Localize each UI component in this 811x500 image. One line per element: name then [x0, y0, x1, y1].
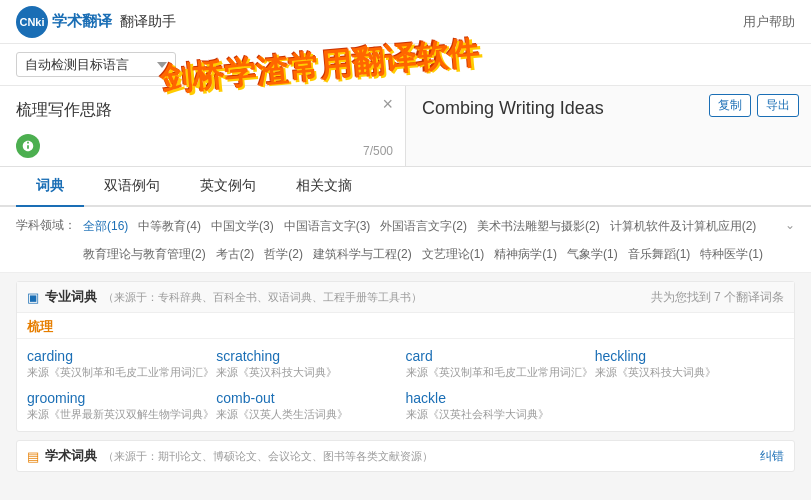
dict-source: 来源《汉英社会科学大词典》 — [406, 407, 595, 422]
header-left: CNki 学术翻译 翻译助手 — [16, 6, 176, 38]
acad-header: ▤ 学术词典 （来源于：期刊论文、博硕论文、会议论文、图书等各类文献资源） 纠错 — [17, 441, 794, 471]
dict-word[interactable]: scratching — [216, 348, 405, 364]
dict-entry: scratching来源《英汉科技大词典》 — [216, 345, 405, 383]
dict-title: 专业词典 — [45, 288, 97, 306]
tabs: 词典 双语例句 英文例句 相关文摘 — [0, 167, 811, 207]
export-button[interactable]: 导出 — [757, 94, 799, 117]
dict-entry: hackle来源《汉英社会科学大词典》 — [406, 387, 595, 425]
acad-icon: ▤ — [27, 449, 39, 464]
subject-tag[interactable]: 特种医学(1) — [697, 243, 766, 267]
tab-english[interactable]: 英文例句 — [180, 167, 276, 205]
subject-tag[interactable]: 气象学(1) — [564, 243, 621, 267]
subject-tag[interactable]: 哲学(2) — [261, 243, 306, 267]
dict-icon: ▣ — [27, 290, 39, 305]
acad-title: 学术词典 — [45, 447, 97, 465]
subject-bar: 学科领域： 全部(16)中等教育(4)中国文学(3)中国语言文字(3)外国语言文… — [0, 207, 811, 273]
header: CNki 学术翻译 翻译助手 用户帮助 — [0, 0, 811, 44]
dict-category: 梳理 — [17, 313, 794, 339]
dict-subtitle: （来源于：专科辞典、百科全书、双语词典、工程手册等工具书） — [103, 290, 422, 305]
dict-source: 来源《英汉科技大词典》 — [595, 365, 784, 380]
professional-dict-section: ▣ 专业词典 （来源于：专科辞典、百科全书、双语词典、工程手册等工具书） 共为您… — [16, 281, 795, 432]
dict-source: 来源《英汉制革和毛皮工业常用词汇》 — [406, 365, 595, 380]
lang-bar: 自动检测目标语言 — [0, 44, 811, 86]
dict-entry: heckling来源《英汉科技大词典》 — [595, 345, 784, 383]
logo-text: 学术翻译 — [52, 12, 112, 31]
subject-tag[interactable]: 美术书法雕塑与摄影(2) — [474, 215, 603, 239]
source-pane: 梳理写作思路 × 7/500 — [0, 86, 406, 166]
subject-tag[interactable]: 精神病学(1) — [491, 243, 560, 267]
subject-tag[interactable]: 外国语言文字(2) — [377, 215, 470, 239]
help-link[interactable]: 用户帮助 — [743, 13, 795, 31]
dict-word[interactable]: carding — [27, 348, 216, 364]
subject-tag[interactable]: 中国文学(3) — [208, 215, 277, 239]
subject-tag[interactable]: 中国语言文字(3) — [281, 215, 374, 239]
dict-source: 来源《英汉制革和毛皮工业常用词汇》 — [27, 365, 216, 380]
subject-tags: 全部(16)中等教育(4)中国文学(3)中国语言文字(3)外国语言文字(2)美术… — [80, 215, 781, 266]
target-pane: Combing Writing Ideas 复制 导出 — [406, 86, 811, 166]
subject-tag[interactable]: 考古(2) — [213, 243, 258, 267]
dict-entry: carding来源《英汉制革和毛皮工业常用词汇》 — [27, 345, 216, 383]
subject-tag[interactable]: 计算机软件及计算机应用(2) — [607, 215, 760, 239]
subject-label: 学科领域： — [16, 215, 76, 237]
source-text: 梳理写作思路 — [16, 98, 359, 122]
dict-count: 共为您找到 7 个翻译词条 — [651, 289, 784, 306]
dict-word[interactable]: hackle — [406, 390, 595, 406]
chevron-down-icon[interactable]: ⌄ — [785, 215, 795, 237]
acad-edit-link[interactable]: 纠错 — [760, 448, 784, 465]
subject-tag[interactable]: 文艺理论(1) — [419, 243, 488, 267]
subject-tag[interactable]: 教育理论与教育管理(2) — [80, 243, 209, 267]
logo-icon-text: CNki — [19, 16, 44, 28]
logo-icon: CNki — [16, 6, 48, 38]
subject-tag[interactable]: 建筑科学与工程(2) — [310, 243, 415, 267]
dict-word[interactable]: grooming — [27, 390, 216, 406]
dict-word[interactable]: comb-out — [216, 390, 405, 406]
copy-button[interactable]: 复制 — [709, 94, 751, 117]
dict-word[interactable]: heckling — [595, 348, 784, 364]
acad-subtitle: （来源于：期刊论文、博硕论文、会议论文、图书等各类文献资源） — [103, 449, 433, 464]
translate-svg — [21, 139, 35, 153]
dict-entry: grooming来源《世界最新英汉双解生物学词典》 — [27, 387, 216, 425]
tab-related[interactable]: 相关文摘 — [276, 167, 372, 205]
translate-icon[interactable] — [16, 134, 40, 158]
academic-dict-section: ▤ 学术词典 （来源于：期刊论文、博硕论文、会议论文、图书等各类文献资源） 纠错 — [16, 440, 795, 472]
char-count: 7/500 — [363, 144, 393, 158]
lang-select[interactable]: 自动检测目标语言 — [16, 52, 176, 77]
logo-subtitle: 翻译助手 — [120, 13, 176, 31]
action-buttons: 复制 导出 — [709, 94, 799, 117]
dict-source: 来源《世界最新英汉双解生物学词典》 — [27, 407, 216, 422]
subject-tag[interactable]: 音乐舞蹈(1) — [625, 243, 694, 267]
dict-category-title: 梳理 — [27, 319, 53, 334]
close-button[interactable]: × — [382, 94, 393, 115]
dict-entries: carding来源《英汉制革和毛皮工业常用词汇》scratching来源《英汉科… — [17, 339, 794, 431]
dict-entry: comb-out来源《汉英人类生活词典》 — [216, 387, 405, 425]
dict-word[interactable]: card — [406, 348, 595, 364]
dict-header: ▣ 专业词典 （来源于：专科辞典、百科全书、双语词典、工程手册等工具书） 共为您… — [17, 282, 794, 313]
subject-tag[interactable]: 中等教育(4) — [135, 215, 204, 239]
translation-area: 梳理写作思路 × 7/500 Combing Writing Ideas 复制 … — [0, 86, 811, 167]
tab-dict[interactable]: 词典 — [16, 167, 84, 205]
dict-entry: card来源《英汉制革和毛皮工业常用词汇》 — [406, 345, 595, 383]
tab-bilingual[interactable]: 双语例句 — [84, 167, 180, 205]
logo: CNki 学术翻译 翻译助手 — [16, 6, 176, 38]
dict-source: 来源《英汉科技大词典》 — [216, 365, 405, 380]
subject-tag[interactable]: 全部(16) — [80, 215, 131, 239]
dict-source: 来源《汉英人类生活词典》 — [216, 407, 405, 422]
